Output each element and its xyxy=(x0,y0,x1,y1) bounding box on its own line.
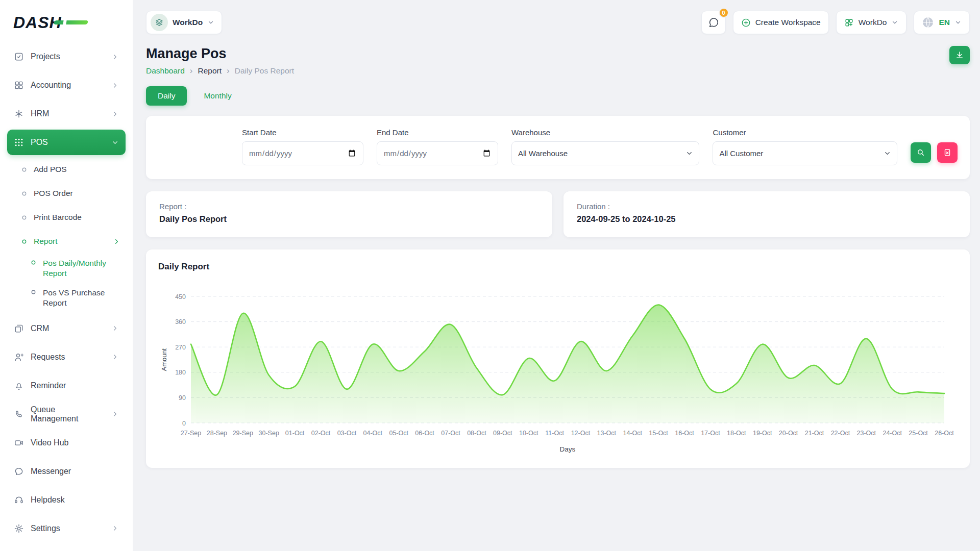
breadcrumb-separator-icon: › xyxy=(190,66,193,76)
chevron-right-icon xyxy=(113,238,120,245)
requests-icon xyxy=(14,352,24,362)
sidebar-group-pos: Add POSPOS OrderPrint BarcodeReportPos D… xyxy=(7,158,126,313)
svg-text:15-Oct: 15-Oct xyxy=(649,430,668,437)
end-date-input[interactable] xyxy=(377,141,498,165)
logo-dash-icon xyxy=(54,20,89,24)
svg-text:30-Sep: 30-Sep xyxy=(259,430,279,437)
breadcrumb-report[interactable]: Report xyxy=(198,66,222,76)
svg-text:27-Sep: 27-Sep xyxy=(181,430,201,437)
svg-text:22-Oct: 22-Oct xyxy=(831,430,850,437)
sidebar-item-add-pos[interactable]: Add POS xyxy=(7,158,126,181)
sidebar-item-print-barcode[interactable]: Print Barcode xyxy=(7,206,126,229)
search-button[interactable] xyxy=(911,142,931,163)
svg-text:90: 90 xyxy=(179,394,186,402)
tab-daily[interactable]: Daily xyxy=(146,86,187,106)
reset-button[interactable] xyxy=(937,142,958,163)
chevron-right-icon xyxy=(111,410,119,418)
sidebar-item-helpdesk[interactable]: Helpdesk xyxy=(7,487,126,513)
sidebar-item-video-hub[interactable]: Video Hub xyxy=(7,430,126,456)
sidebar-item-pos-order[interactable]: POS Order xyxy=(7,182,126,205)
sidebar-item-label: Messenger xyxy=(31,467,119,476)
download-icon xyxy=(955,51,964,60)
sidebar-item-label: Queue Management xyxy=(31,405,105,423)
svg-text:03-Oct: 03-Oct xyxy=(337,430,357,437)
bullet-icon xyxy=(21,191,27,196)
sidebar-item-requests[interactable]: Requests xyxy=(7,344,126,370)
page-header: Manage Pos Dashboard › Report › Daily Po… xyxy=(146,46,970,76)
tab-monthly[interactable]: Monthly xyxy=(192,86,243,106)
svg-text:08-Oct: 08-Oct xyxy=(467,430,486,437)
queue-management-icon xyxy=(14,409,24,419)
messenger-icon xyxy=(14,466,24,477)
customer-label: Customer xyxy=(713,128,897,137)
breadcrumb-current: Daily Pos Report xyxy=(235,66,294,76)
globe-icon xyxy=(922,16,934,29)
svg-text:25-Oct: 25-Oct xyxy=(909,430,928,437)
chat-bubble-icon xyxy=(708,17,719,28)
svg-text:20-Oct: 20-Oct xyxy=(779,430,798,437)
download-button[interactable] xyxy=(949,46,970,64)
bullet-icon xyxy=(31,289,36,295)
sidebar-item-queue-management[interactable]: Queue Management xyxy=(7,402,126,427)
warehouse-select[interactable]: All Warehouse xyxy=(511,141,699,165)
sidebar-item-label: Settings xyxy=(31,524,105,533)
file-x-icon xyxy=(943,148,952,157)
svg-text:09-Oct: 09-Oct xyxy=(493,430,512,437)
sidebar-item-label: CRM xyxy=(31,324,105,333)
svg-text:17-Oct: 17-Oct xyxy=(701,430,720,437)
sidebar-item-crm[interactable]: CRM xyxy=(7,316,126,341)
svg-text:Days: Days xyxy=(560,445,576,453)
sidebar: DASH ProjectsAccountingHRMPOSAdd POSPOS … xyxy=(0,0,133,551)
sidebar-item-hrm[interactable]: HRM xyxy=(7,101,126,127)
sidebar-group-report: Pos Daily/Monthly ReportPos VS Purchase … xyxy=(7,254,126,313)
svg-text:28-Sep: 28-Sep xyxy=(207,430,227,437)
create-workspace-button[interactable]: Create Workspace xyxy=(733,11,829,34)
sidebar-item-label: Helpdesk xyxy=(31,495,119,505)
messages-button[interactable]: 0 xyxy=(701,11,726,34)
breadcrumb-dashboard[interactable]: Dashboard xyxy=(146,66,185,76)
svg-text:06-Oct: 06-Oct xyxy=(415,430,434,437)
sidebar-item-label: Reminder xyxy=(31,381,119,390)
svg-text:19-Oct: 19-Oct xyxy=(753,430,772,437)
svg-text:13-Oct: 13-Oct xyxy=(597,430,617,437)
workspace-menu-label: WorkDo xyxy=(859,18,887,27)
svg-text:14-Oct: 14-Oct xyxy=(623,430,642,437)
chevron-right-icon xyxy=(111,110,119,118)
chevron-right-icon xyxy=(111,353,119,361)
svg-text:24-Oct: 24-Oct xyxy=(883,430,902,437)
workspace-switcher-button[interactable]: WorkDo xyxy=(146,11,222,34)
language-button[interactable]: EN xyxy=(914,11,970,34)
customer-select[interactable]: All Customer xyxy=(713,141,897,165)
chevron-right-icon xyxy=(111,524,119,532)
svg-text:450: 450 xyxy=(175,293,186,300)
start-date-input[interactable] xyxy=(242,141,363,165)
svg-text:02-Oct: 02-Oct xyxy=(311,430,331,437)
helpdesk-icon xyxy=(14,495,24,505)
breadcrumb-separator-icon: › xyxy=(227,66,230,76)
svg-text:07-Oct: 07-Oct xyxy=(441,430,460,437)
duration-label: Duration : xyxy=(577,202,957,211)
projects-icon xyxy=(14,52,24,62)
topbar-actions: 0 Create Workspace WorkDo xyxy=(701,11,970,34)
app-logo: DASH xyxy=(7,10,126,33)
filter-form: Start Date End Date Warehouse All Wareho… xyxy=(242,128,958,165)
sidebar-item-projects[interactable]: Projects xyxy=(7,44,126,69)
sidebar-item-accounting[interactable]: Accounting xyxy=(7,72,126,98)
sidebar-item-pos-daily-monthly-report[interactable]: Pos Daily/Monthly Report xyxy=(7,254,126,283)
plus-circle-icon xyxy=(741,18,751,28)
svg-text:29-Sep: 29-Sep xyxy=(233,430,253,437)
sidebar-item-label: HRM xyxy=(31,109,105,118)
workspace-menu-button[interactable]: WorkDo xyxy=(836,11,907,34)
topbar: WorkDo 0 Create Workspace xyxy=(146,6,970,39)
sidebar-item-pos-vs-purchase-report[interactable]: Pos VS Purchase Report xyxy=(7,284,126,312)
sidebar-item-reminder[interactable]: Reminder xyxy=(7,373,126,398)
video-hub-icon xyxy=(14,438,24,448)
svg-text:270: 270 xyxy=(175,344,186,351)
sidebar-item-settings[interactable]: Settings xyxy=(7,516,126,541)
svg-text:16-Oct: 16-Oct xyxy=(675,430,694,437)
sidebar-item-messenger[interactable]: Messenger xyxy=(7,459,126,484)
sidebar-item-label: Accounting xyxy=(31,81,105,90)
sidebar-item-pos[interactable]: POS xyxy=(7,130,126,155)
sidebar-item-report[interactable]: Report xyxy=(7,230,126,253)
chart-title: Daily Report xyxy=(158,262,958,272)
